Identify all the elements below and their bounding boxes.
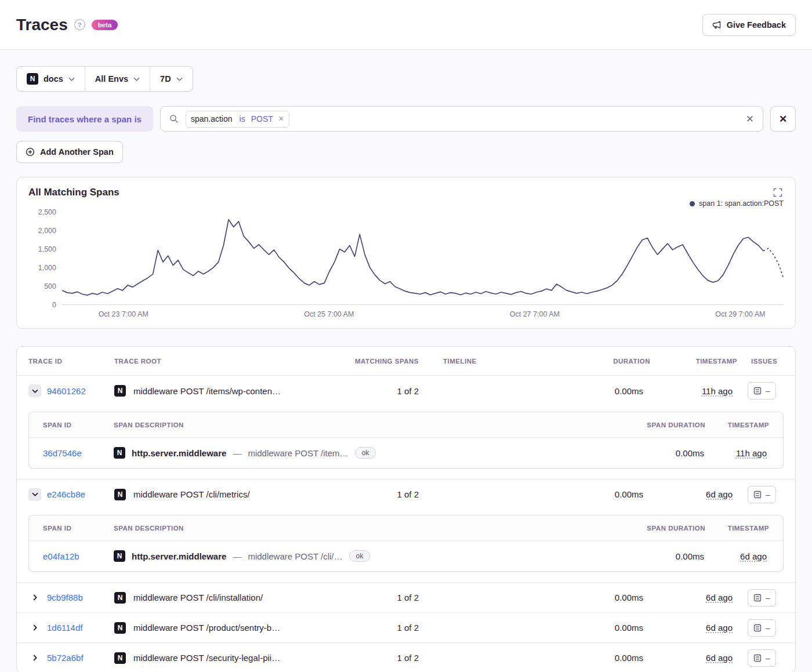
issues-button[interactable]: – xyxy=(748,382,776,399)
col-timestamp: Timestamp xyxy=(650,358,737,365)
token-value[interactable]: POST xyxy=(248,114,277,123)
span-timestamp: 11h ago xyxy=(736,448,767,458)
legend-label: span 1: span.action:POST xyxy=(699,199,784,208)
legend-dot-icon xyxy=(690,201,695,206)
matching-spans-count: 1 of 2 xyxy=(334,593,433,602)
trace-id-link[interactable]: 9cb9f88b xyxy=(47,593,83,602)
expand-trace-icon[interactable] xyxy=(28,622,41,634)
trace-row: e246cb8e N middleware POST /cli/metrics/… xyxy=(17,479,795,509)
y-tick: 1,000 xyxy=(38,264,56,272)
trace-id-link[interactable]: 5b72a6bf xyxy=(47,653,84,663)
trace-duration: 0.00ms xyxy=(589,593,650,602)
span-id-link[interactable]: 36d7546e xyxy=(43,448,114,458)
issues-icon xyxy=(753,624,762,632)
trace-timestamp: 6d ago xyxy=(706,653,733,663)
trace-root-text: middleware POST /security-legal-pii… xyxy=(133,653,280,663)
expand-trace-icon[interactable] xyxy=(28,591,41,604)
trace-root-text: middleware POST /cli/metrics/ xyxy=(133,489,250,499)
token-operator[interactable]: is xyxy=(237,114,248,123)
clear-search-icon[interactable]: ✕ xyxy=(746,113,754,125)
chart-y-axis: 2,500 2,000 1,500 1,000 500 0 xyxy=(28,212,62,305)
trace-row: 5b72a6bf N middleware POST /security-leg… xyxy=(17,642,795,672)
chart-legend[interactable]: span 1: span.action:POST xyxy=(28,198,784,209)
issues-button[interactable]: – xyxy=(748,589,776,606)
date-range-selector[interactable]: 7D xyxy=(150,67,193,91)
span-sub-table: Span ID Span Description Span Duration T… xyxy=(28,515,784,572)
span-duration: 0.00ms xyxy=(572,551,705,561)
matching-spans-chart-card: All Matching Spans span 1: span.action:P… xyxy=(16,177,796,329)
trace-root-text: middleware POST /product/sentry-b… xyxy=(133,623,280,633)
chevron-down-icon xyxy=(176,77,183,81)
circle-plus-icon xyxy=(26,147,35,157)
collapse-trace-icon[interactable] xyxy=(28,488,41,501)
span-row: 36d7546e N http.server.middleware — midd… xyxy=(29,438,783,468)
trace-id-link[interactable]: 1d6114df xyxy=(47,623,82,633)
project-platform-icon: N xyxy=(114,385,126,397)
fullscreen-icon[interactable] xyxy=(772,187,784,198)
trace-id-link[interactable]: e246cb8e xyxy=(47,489,85,499)
issues-icon xyxy=(753,654,762,662)
span-id-link[interactable]: e04fa12b xyxy=(43,551,114,561)
help-icon[interactable]: ? xyxy=(74,19,85,30)
add-another-span-button[interactable]: Add Another Span xyxy=(16,141,123,163)
y-tick: 0 xyxy=(52,301,56,309)
chart-title: All Matching Spans xyxy=(28,187,119,198)
project-platform-icon: N xyxy=(114,489,126,500)
x-tick: Oct 27 7:00 AM xyxy=(510,310,560,318)
span-operation: http.server.middleware xyxy=(132,448,226,458)
matching-spans-count: 1 of 2 xyxy=(334,386,433,396)
span-sub-table-header: Span ID Span Description Span Duration T… xyxy=(29,412,783,438)
issues-icon xyxy=(753,491,762,499)
matching-spans-count: 1 of 2 xyxy=(334,653,433,663)
token-remove-icon[interactable]: ✕ xyxy=(277,115,289,123)
remove-span-query-button[interactable]: ✕ xyxy=(770,106,796,132)
span-operation: http.server.middleware xyxy=(132,551,226,561)
give-feedback-button[interactable]: Give Feedback xyxy=(702,14,796,36)
trace-duration: 0.00ms xyxy=(589,386,650,396)
span-sub-table-header: Span ID Span Description Span Duration T… xyxy=(29,515,783,541)
span-description-text: middleware POST /item… xyxy=(248,448,348,458)
project-selector[interactable]: N docs xyxy=(17,67,85,91)
col-span-id: Span ID xyxy=(43,422,114,428)
col-span-timestamp: Timestamp xyxy=(705,422,769,428)
y-tick: 2,000 xyxy=(38,227,56,235)
environment-selector[interactable]: All Envs xyxy=(85,67,150,91)
span-search-input[interactable]: span.action is POST ✕ ✕ xyxy=(160,106,763,132)
separator-dash: — xyxy=(233,448,241,458)
project-platform-icon: N xyxy=(114,622,126,634)
separator-dash: — xyxy=(233,551,241,561)
search-icon xyxy=(169,114,179,123)
trace-timestamp: 6d ago xyxy=(706,623,733,633)
traces-table: Trace ID Trace Root Matching Spans Timel… xyxy=(16,346,796,672)
trace-timestamp: 11h ago xyxy=(702,386,733,396)
x-tick: Oct 29 7:00 AM xyxy=(715,310,765,318)
beta-badge: beta xyxy=(92,20,118,30)
project-platform-icon: N xyxy=(114,652,126,664)
spans-line-chart[interactable] xyxy=(62,212,784,305)
issues-button[interactable]: – xyxy=(748,649,776,667)
span-status-badge: ok xyxy=(349,550,371,562)
y-tick: 1,500 xyxy=(38,245,56,253)
project-platform-icon: N xyxy=(114,447,125,459)
matching-spans-count: 1 of 2 xyxy=(334,489,433,499)
top-bar: Traces ? beta Give Feedback xyxy=(0,0,812,50)
trace-row: 9cb9f88b N middleware POST /cli/installa… xyxy=(17,582,795,612)
chart-x-axis: Oct 23 7:00 AM Oct 25 7:00 AM Oct 27 7:0… xyxy=(62,305,784,321)
search-filter-token[interactable]: span.action is POST ✕ xyxy=(186,111,289,128)
issues-button[interactable]: – xyxy=(748,619,776,637)
issues-icon xyxy=(753,387,762,395)
trace-duration: 0.00ms xyxy=(589,653,650,663)
col-span-duration: Span Duration xyxy=(572,525,705,532)
expand-trace-icon[interactable] xyxy=(28,652,41,664)
trace-row: 94601262 N middleware POST /items/wp-con… xyxy=(17,376,795,406)
trace-root-text: middleware POST /cli/installation/ xyxy=(133,593,263,602)
project-platform-icon: N xyxy=(114,550,125,562)
traces-table-header: Trace ID Trace Root Matching Spans Timel… xyxy=(17,347,795,376)
page-title: Traces xyxy=(16,16,68,34)
token-key: span.action xyxy=(186,114,237,123)
trace-id-link[interactable]: 94601262 xyxy=(47,386,86,396)
col-timeline: Timeline xyxy=(433,358,589,365)
issues-button[interactable]: – xyxy=(748,486,776,503)
collapse-trace-icon[interactable] xyxy=(28,384,41,397)
span-condition-label: Find traces where a span is xyxy=(16,106,153,132)
